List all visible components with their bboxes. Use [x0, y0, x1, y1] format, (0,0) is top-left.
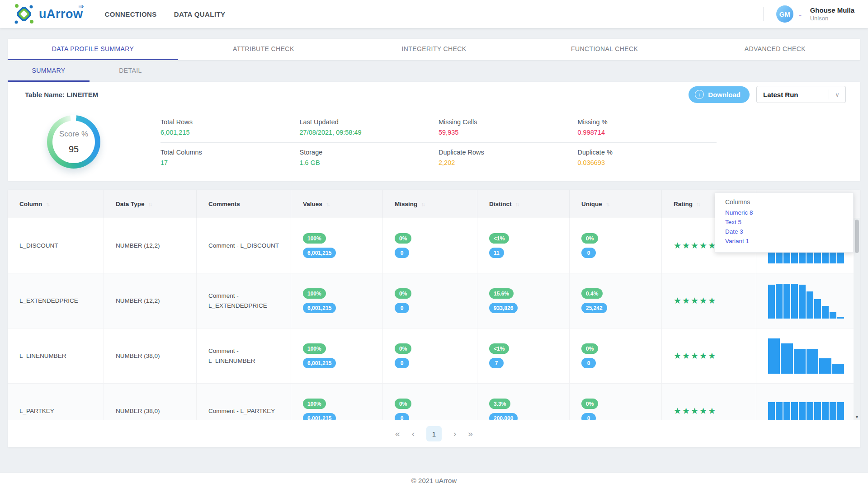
cell-comments: Comment - L_DISCOUNT [197, 218, 291, 273]
sort-icon[interactable]: ↑↓ [696, 201, 699, 207]
download-button[interactable]: ↓ Download [689, 86, 750, 103]
cell-unique: 0%0 [570, 328, 662, 383]
sort-icon[interactable]: ↑↓ [421, 201, 424, 207]
scrollbar-thumb[interactable] [855, 220, 859, 253]
percent-badge: 3.3% [489, 399, 510, 409]
column-header-unique[interactable]: Unique↑↓ [570, 190, 662, 218]
pagination-prev-icon[interactable]: ‹ [412, 429, 415, 439]
stat-value: 17 [160, 159, 300, 166]
columns-panel-item-date-3[interactable]: Date 3 [725, 227, 853, 236]
stat-value: 0.998714 [578, 129, 717, 136]
tab-attribute-check[interactable]: ATTRIBUTE CHECK [178, 39, 349, 60]
stat-value: 2,202 [439, 159, 578, 166]
comment-text: Comment - L_LINENUMBER [208, 346, 291, 366]
comment-text: Comment - L_PARTKEY [208, 406, 291, 416]
brand-logo[interactable]: uArrow⇒ [13, 3, 83, 25]
column-header-data-type[interactable]: Data Type↑↓ [104, 190, 197, 218]
cell-data-type: NUMBER (12,2) [104, 273, 197, 328]
tab-data-profile-summary[interactable]: DATA PROFILE SUMMARY [8, 39, 178, 60]
sort-icon[interactable]: ↑↓ [515, 201, 519, 207]
stat-total-columns: Total Columns17 [160, 143, 300, 173]
chart-bar [819, 358, 831, 374]
count-badge: 6,001,215 [303, 358, 336, 368]
scroll-down-arrow-icon[interactable]: ▼ [854, 415, 860, 419]
chart-bar [783, 402, 790, 420]
sort-icon[interactable]: ↑↓ [46, 201, 49, 207]
cell-unique: 0%0 [570, 384, 662, 420]
tab-advanced-check[interactable]: ADVANCED CHECK [690, 39, 860, 60]
table-scrollbar[interactable]: ▼ [854, 218, 860, 420]
stat-last-updated: Last Updated27/08/2021, 09:58:49 [300, 113, 439, 143]
sort-icon[interactable]: ↑↓ [148, 201, 151, 207]
cell-column: L_PARTKEY [8, 384, 104, 420]
header-divider [763, 7, 764, 21]
stat-value: 1.6 GB [300, 159, 439, 166]
count-badge: 0 [581, 413, 596, 420]
chart-bar [776, 284, 783, 318]
nav-data-quality[interactable]: DATA QUALITY [174, 10, 226, 18]
count-badge: 933,826 [489, 303, 518, 313]
chart-bar [807, 402, 813, 420]
user-name: Ghouse Mulla [810, 6, 854, 14]
score-label: Score % [59, 130, 88, 139]
column-header-label: Column [19, 201, 42, 207]
chart-bar [814, 402, 821, 420]
pagination-page-1[interactable]: 1 [426, 426, 442, 441]
count-badge: 0 [395, 358, 409, 368]
tab-functional-check[interactable]: FUNCTIONAL CHECK [519, 39, 690, 60]
pagination-last-icon[interactable]: » [468, 429, 473, 439]
comment-text: Comment - L_EXTENDEDPRICE [208, 291, 291, 310]
sort-icon[interactable]: ↑↓ [326, 201, 329, 207]
sort-icon[interactable]: ↑↓ [606, 201, 609, 207]
count-badge: 0 [395, 413, 409, 420]
pagination-next-icon[interactable]: › [453, 429, 456, 439]
column-header-column[interactable]: Column↑↓ [8, 190, 104, 218]
chart-bar [822, 306, 829, 318]
table-row-l-partkey: L_PARTKEYNUMBER (38,0)Comment - L_PARTKE… [8, 384, 860, 420]
rating-stars: ★★★★★ [674, 351, 756, 361]
percent-badge: 0% [395, 343, 411, 354]
count-badge: 6,001,215 [303, 248, 336, 258]
chart-bar [791, 402, 798, 420]
histogram-chart [768, 394, 844, 421]
user-org: Unison [810, 15, 854, 22]
columns-panel-item-text-5[interactable]: Text 5 [725, 217, 853, 227]
cell-chart [756, 384, 860, 420]
user-area: GM ⌄ Ghouse Mulla Unison [763, 5, 854, 23]
column-header-missing[interactable]: Missing↑↓ [383, 190, 477, 218]
avatar[interactable]: GM [776, 5, 793, 23]
chart-bar [794, 349, 806, 374]
table-row-l-extendedprice: L_EXTENDEDPRICENUMBER (12,2)Comment - L_… [8, 273, 860, 328]
nav-connections[interactable]: CONNECTIONS [105, 10, 157, 18]
subtab-summary[interactable]: SUMMARY [8, 60, 90, 82]
histogram-chart [768, 283, 844, 319]
percent-badge: 100% [303, 399, 326, 409]
percent-badge: 100% [303, 288, 326, 299]
unique-badges: 0.4%25,242 [581, 288, 661, 313]
check-tabs: DATA PROFILE SUMMARYATTRIBUTE CHECKINTEG… [8, 39, 860, 60]
stat-duplicate: Duplicate %0.036693 [578, 143, 717, 173]
column-header-comments[interactable]: Comments [197, 190, 291, 218]
pagination-first-icon[interactable]: « [395, 429, 400, 439]
tab-integerity-check[interactable]: INTEGERITY CHECK [349, 39, 519, 60]
cell-rating: ★★★★★ [662, 273, 756, 328]
percent-badge: 0% [581, 399, 598, 409]
columns-panel-item-variant-1[interactable]: Variant 1 [725, 236, 853, 246]
stat-label: Duplicate Rows [439, 149, 578, 156]
stat-label: Missing % [578, 118, 717, 126]
subtab-detail[interactable]: DETAIL [90, 60, 171, 82]
column-header-distinct[interactable]: Distinct↑↓ [477, 190, 570, 218]
cell-comments: Comment - L_LINENUMBER [197, 328, 291, 383]
chart-bar [822, 402, 829, 420]
columns-panel-item-numeric-8[interactable]: Numeric 8 [725, 208, 853, 217]
column-header-values[interactable]: Values↑↓ [291, 190, 383, 218]
user-meta: Ghouse Mulla Unison [810, 6, 854, 22]
column-header-label: Data Type [116, 201, 145, 207]
cell-missing: 0%0 [383, 328, 477, 383]
percent-badge: 0% [581, 343, 598, 354]
table-row-l-linenumber: L_LINENUMBERNUMBER (38,0)Comment - L_LIN… [8, 328, 860, 384]
cell-values: 100%6,001,215 [291, 273, 383, 328]
summary-detail-tabs: SUMMARYDETAIL [8, 60, 860, 82]
run-select[interactable]: Latest Run ∨ [756, 86, 846, 103]
user-menu-chevron-icon[interactable]: ⌄ [798, 11, 803, 18]
